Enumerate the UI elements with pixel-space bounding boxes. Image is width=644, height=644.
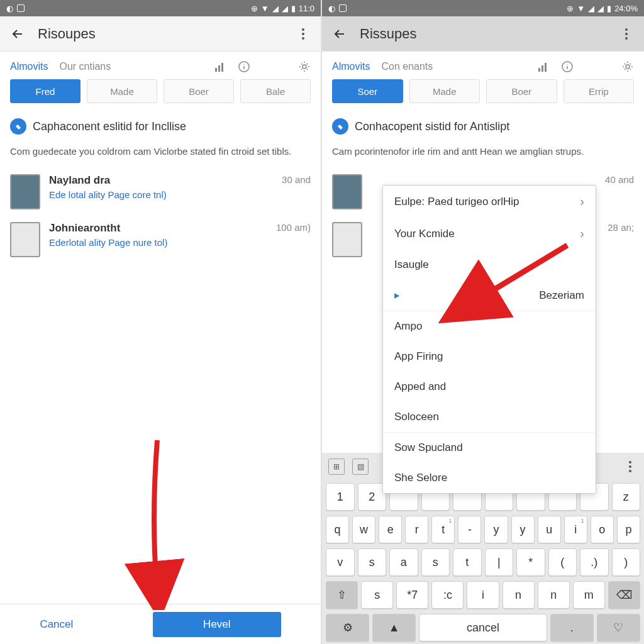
primary-button[interactable]: Hevel [153,612,280,637]
keyboard-key[interactable]: o [591,516,614,543]
svg-rect-7 [538,68,540,72]
bars-icon[interactable] [537,60,550,73]
tab-almovits[interactable]: Almovits [10,61,48,72]
keyboard-key[interactable]: p [617,516,640,543]
keyboard-key[interactable]: ) [612,548,641,576]
keyboard-key[interactable]: | [485,548,514,576]
settings-icon[interactable] [621,60,634,73]
keyboard-key[interactable]: w [352,516,375,543]
clock: 24:0% [614,4,638,13]
list-item[interactable]: Johniearontht Ederlotal ality Page nure … [0,216,321,264]
dropdown-item[interactable]: Soloceen [383,402,596,432]
item-title: Johniearontht [49,222,267,235]
keyboard-key[interactable]: v [326,548,355,576]
item-meta: 28 an; [608,222,634,233]
app-bar: Rissupes [322,16,644,52]
keyboard-key[interactable]: 1 [326,483,355,511]
dropdown-item[interactable]: Sow Spucland [383,432,596,463]
dropdown-item[interactable]: Eulpe: Paed turigeo orlHip› [383,186,596,218]
overflow-menu[interactable] [619,28,634,40]
chip-bale[interactable]: Bale [240,79,311,103]
dropdown-item[interactable]: ▸Bezeriam [383,280,596,311]
item-subtitle[interactable]: Ede lotal ality Page core tnl) [49,189,273,200]
dropdown-item[interactable]: Isaugle [383,250,596,280]
info-icon[interactable] [561,60,574,73]
keyboard-key[interactable]: .) [580,548,609,576]
chip-made[interactable]: Made [87,79,157,103]
keyboard-key[interactable]: u [538,516,561,543]
signal2-icon: ◢ [282,4,288,13]
overflow-menu[interactable] [296,28,311,40]
dropdown-item[interactable]: Your Kcmide› [383,218,596,250]
cast-icon: ⊕ [251,4,258,13]
clock: 11:0 [299,4,314,13]
keyboard-key[interactable]: a [389,548,418,576]
keyboard-key[interactable]: ⌫ [608,581,640,609]
notif-icon: ◐ [328,4,335,13]
keyboard-key[interactable]: y [511,516,535,543]
item-title: Nayland dra [49,174,273,187]
keyboard-key[interactable]: ▲ [372,614,416,641]
chevron-right-icon: › [580,194,584,209]
keyboard-key[interactable]: i [467,581,499,609]
dropdown-item[interactable]: She Selore [383,463,596,493]
info-icon[interactable] [238,60,250,73]
keyboard-key[interactable]: m [573,581,605,609]
arrow-annotation [119,434,195,610]
status-bar: ◐ ⊕ ▼ ◢ ◢ ▮ 11:0 [0,0,321,16]
keyboard-key[interactable]: s [421,548,450,576]
chip-fred[interactable]: Fred [10,79,80,103]
chip-soer[interactable]: Soer [332,79,403,103]
tab-cntians[interactable]: Our cntians [59,61,111,72]
thumbnail-icon [332,174,362,209]
keyboard-key[interactable]: s [361,581,393,609]
keyboard-key[interactable]: y [484,516,508,543]
chip-boer[interactable]: Boer [486,79,557,103]
svg-point-6 [303,65,306,69]
keyboard-key[interactable]: :c [431,581,464,609]
list-item[interactable]: Nayland dra Ede lotal ality Page core tn… [0,168,321,216]
keyboard-key[interactable]: n [538,581,570,609]
settings-icon[interactable] [298,60,311,73]
cancel-button[interactable]: Cancel [40,618,73,631]
keyboard-key[interactable]: *7 [396,581,428,609]
keyboard-key[interactable]: cancel [419,614,547,641]
keyboard-key[interactable]: t [453,548,482,576]
keyboard-key[interactable]: n [502,581,535,609]
dropdown-item[interactable]: Apped and [383,372,596,402]
chip-boer[interactable]: Boer [164,79,234,103]
signal-icon: ◢ [588,4,594,13]
keyboard-key[interactable]: i1 [564,516,587,543]
signal2-icon: ◢ [597,4,604,13]
keyboard-key[interactable]: - [458,516,481,543]
chip-made[interactable]: Made [409,79,480,103]
keyboard-key[interactable]: * [516,548,545,576]
keyboard-key[interactable]: z [612,483,641,511]
back-button[interactable] [332,26,347,42]
item-meta: 100 am) [276,222,311,233]
dropdown-item[interactable]: App Firing [383,341,596,372]
keyboard-key[interactable]: ⚙ [326,614,369,641]
keyboard-key[interactable]: . [550,614,594,641]
kb-overflow[interactable] [623,461,638,472]
keyboard-key[interactable]: q [326,516,349,543]
keyboard-key[interactable]: r [405,516,428,543]
chip-errip[interactable]: Errip [564,79,635,103]
svg-rect-2 [221,63,223,72]
back-button[interactable] [10,26,25,42]
keyboard-key[interactable]: ⇧ [326,581,358,609]
dropdown-item[interactable]: Ampo [383,311,596,341]
tab-almovits[interactable]: Almovits [332,61,370,72]
bars-icon[interactable] [214,60,226,73]
keyboard-key[interactable]: t1 [431,516,455,543]
item-subtitle[interactable]: Ederlotal ality Page nure tol) [49,237,267,248]
tab-enants[interactable]: Con enants [381,61,433,72]
kb-tool-icon[interactable]: ⊞ [328,458,345,475]
keyboard-key[interactable]: e [379,516,402,543]
status-bar: ◐ ⊕ ▼ ◢ ◢ ▮ 24:0% [322,0,644,16]
section-title: Caphaconent eslitid for Incllise [33,120,186,133]
keyboard-key[interactable]: s [358,548,387,576]
kb-tool-icon[interactable]: ▤ [352,458,369,475]
keyboard-key[interactable]: ( [548,548,577,576]
keyboard-key[interactable]: ♡ [597,614,640,641]
